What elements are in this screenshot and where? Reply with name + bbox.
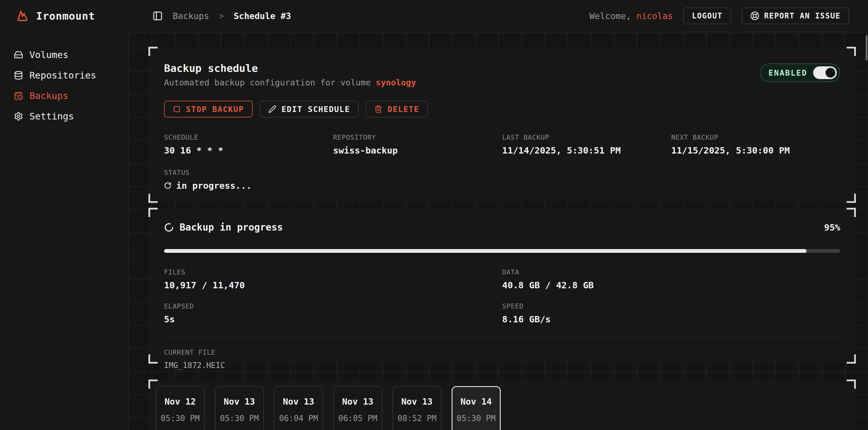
corner-bracket <box>148 354 158 364</box>
database-icon <box>14 71 23 80</box>
progress-stats: FILES 10,917 / 11,470 DATA 40.8 GB / 42.… <box>164 268 840 324</box>
mountain-logo-icon <box>16 9 29 23</box>
stat-data: DATA 40.8 GB / 42.8 GB <box>502 268 840 290</box>
field-label: LAST BACKUP <box>502 134 671 141</box>
top-bar: Ironmount Backups > Schedule #3 Welcome,… <box>0 0 868 32</box>
rotate-cw-icon <box>164 182 172 189</box>
field-label: SCHEDULE <box>164 134 333 141</box>
history-card[interactable]: Nov 14 05:30 PM 92.2 GB <box>452 386 501 430</box>
welcome-prefix: Welcome, <box>589 11 637 21</box>
gear-icon <box>14 112 23 121</box>
stat-value: 40.8 GB / 42.8 GB <box>502 280 840 290</box>
spinner-icon <box>164 223 174 232</box>
edit-schedule-label: EDIT SCHEDULE <box>282 105 350 114</box>
corner-bracket <box>847 194 856 203</box>
stat-elapsed: ELAPSED 5s <box>164 302 502 324</box>
history-time: 06:05 PM <box>334 414 382 423</box>
corner-bracket <box>148 194 158 203</box>
logout-label: LOGOUT <box>692 11 722 20</box>
stat-label: SPEED <box>502 302 840 310</box>
history-date: Nov 13 <box>393 397 441 407</box>
field-value: 11/15/2025, 5:30:00 PM <box>671 145 841 156</box>
sidebar-item-backups[interactable]: Backups <box>0 86 128 106</box>
history-date: Nov 13 <box>334 397 382 407</box>
stat-files: FILES 10,917 / 11,470 <box>164 268 502 290</box>
history-card[interactable]: Nov 13 05:30 PM 92.2 GB <box>215 386 264 430</box>
history-time: 05:30 PM <box>453 414 500 423</box>
sidebar-item-volumes[interactable]: Volumes <box>0 44 128 65</box>
field-value: 30 16 * * * <box>164 145 333 156</box>
corner-bracket <box>148 379 158 389</box>
sidebar-item-settings[interactable]: Settings <box>0 106 128 126</box>
history-card[interactable]: Nov 13 06:05 PM 92.2 GB <box>333 386 382 430</box>
subtitle-prefix: Automated backup configuration for volum… <box>164 78 376 88</box>
topbar-right: Welcome, nicolas LOGOUT REPORT AN ISSUE <box>589 7 868 24</box>
sidebar-item-label: Settings <box>29 111 74 122</box>
field-repository: REPOSITORY swiss-backup <box>333 134 502 156</box>
enabled-toggle[interactable]: ENABLED <box>760 64 840 82</box>
corner-bracket <box>148 47 158 56</box>
history-time: 05:30 PM <box>215 414 264 423</box>
field-value: swiss-backup <box>333 145 502 156</box>
schedule-card-heading: Backup schedule Automated backup configu… <box>164 62 416 88</box>
backup-history-card: Nov 12 05:30 PM 92.2 GB Nov 13 05:30 PM … <box>149 381 855 430</box>
history-date: Nov 12 <box>156 397 204 407</box>
field-schedule: SCHEDULE 30 16 * * * <box>164 134 333 156</box>
backup-progress-card: Backup in progress 95% FILES 10,917 / 11… <box>149 209 855 363</box>
main-content: Backup schedule Automated backup configu… <box>130 33 868 430</box>
status-block: STATUS in progress... <box>164 169 840 191</box>
stat-label: ELAPSED <box>164 302 502 310</box>
field-label: REPOSITORY <box>333 134 502 141</box>
status-label: STATUS <box>164 169 840 176</box>
scrollbar-thumb[interactable] <box>866 35 867 61</box>
history-card[interactable]: Nov 13 06:04 PM 92.2 GB <box>274 386 323 430</box>
history-time: 06:04 PM <box>275 414 322 423</box>
trash-icon <box>374 105 382 113</box>
stat-label: DATA <box>502 268 840 276</box>
progress-title-row: Backup in progress <box>164 222 283 233</box>
stat-value: 8.16 GB/s <box>502 314 840 324</box>
corner-bracket <box>847 379 856 389</box>
breadcrumb-separator-icon: > <box>219 11 224 21</box>
backup-schedule-card: Backup schedule Automated backup configu… <box>149 47 855 202</box>
breadcrumb: Backups > Schedule #3 <box>152 11 291 21</box>
enabled-label: ENABLED <box>768 68 807 77</box>
stat-value: 10,917 / 11,470 <box>164 280 502 290</box>
edit-schedule-button[interactable]: EDIT SCHEDULE <box>259 101 359 118</box>
history-card[interactable]: Nov 12 05:30 PM 92.2 GB <box>156 386 205 430</box>
history-time: 05:30 PM <box>156 414 204 423</box>
card-subtitle: Automated backup configuration for volum… <box>164 78 416 88</box>
welcome-text: Welcome, nicolas <box>589 11 673 21</box>
corner-bracket <box>148 208 158 217</box>
toggle-switch[interactable] <box>813 66 837 79</box>
stat-value: 5s <box>164 314 502 324</box>
history-time: 08:52 PM <box>393 414 441 423</box>
field-value: 11/14/2025, 5:30:51 PM <box>502 145 671 156</box>
history-row: Nov 12 05:30 PM 92.2 GB Nov 13 05:30 PM … <box>156 386 855 430</box>
stat-speed: SPEED 8.16 GB/s <box>502 302 840 324</box>
progress-title: Backup in progress <box>180 222 283 233</box>
report-issue-label: REPORT AN ISSUE <box>764 11 841 20</box>
breadcrumb-section[interactable]: Backups <box>173 11 209 21</box>
report-issue-button[interactable]: REPORT AN ISSUE <box>742 7 849 24</box>
toggle-knob <box>826 68 835 78</box>
delete-button[interactable]: DELETE <box>366 101 428 118</box>
sidebar-item-repositories[interactable]: Repositories <box>0 65 128 86</box>
current-file-block: CURRENT FILE IMG_1872.HEIC <box>164 349 840 370</box>
breadcrumb-current-page: Schedule #3 <box>234 11 291 21</box>
history-date: Nov 14 <box>453 397 500 407</box>
field-label: NEXT BACKUP <box>671 134 841 141</box>
sidebar-item-label: Backups <box>29 90 68 101</box>
sidebar: Volumes Repositories Backups <box>0 33 129 430</box>
history-card[interactable]: Nov 13 08:52 PM 92.2 GB <box>393 386 441 430</box>
corner-bracket <box>847 208 856 217</box>
corner-bracket <box>847 354 856 364</box>
sidebar-item-label: Volumes <box>29 49 68 60</box>
corner-bracket <box>847 47 856 56</box>
pencil-icon <box>268 105 276 113</box>
current-file-value: IMG_1872.HEIC <box>164 361 840 370</box>
logout-button[interactable]: LOGOUT <box>683 7 731 24</box>
stop-backup-button[interactable]: STOP BACKUP <box>164 101 253 118</box>
panel-toggle-icon[interactable] <box>152 11 163 21</box>
progress-bar-fill <box>164 249 806 253</box>
